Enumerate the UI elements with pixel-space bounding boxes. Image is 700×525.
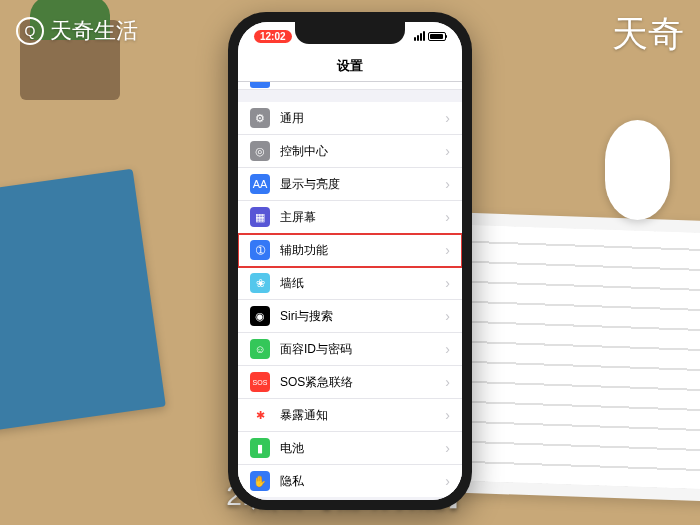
settings-row-privacy[interactable]: ✋隐私› xyxy=(238,465,462,497)
row-label: 墙纸 xyxy=(280,275,445,292)
settings-group: ⚙通用›◎控制中心›AA显示与亮度›▦主屏幕›➀辅助功能›❀墙纸›◉Siri与搜… xyxy=(238,102,462,497)
row-label: SOS紧急联络 xyxy=(280,374,445,391)
phone-frame: 12:02 设置 ⚙通用›◎控制中心›AA显示与亮度›▦主屏幕›➀辅助功能›❀墙… xyxy=(228,12,472,510)
chevron-right-icon: › xyxy=(445,374,450,390)
settings-row-siri[interactable]: ◉Siri与搜索› xyxy=(238,300,462,333)
row-label: 暴露通知 xyxy=(280,407,445,424)
signal-icon xyxy=(414,31,425,41)
chevron-right-icon: › xyxy=(445,176,450,192)
battery-icon xyxy=(428,32,446,41)
settings-row-accessibility[interactable]: ➀辅助功能› xyxy=(238,234,462,267)
watermark-logo-icon: Q xyxy=(16,17,44,45)
display-icon: AA xyxy=(250,174,270,194)
chevron-right-icon: › xyxy=(445,440,450,456)
settings-row-gear[interactable]: ⚙通用› xyxy=(238,102,462,135)
chevron-right-icon: › xyxy=(445,473,450,489)
exposure-icon: ✱ xyxy=(250,405,270,425)
partial-row-top xyxy=(238,82,462,90)
privacy-icon: ✋ xyxy=(250,471,270,491)
settings-row-sos[interactable]: SOSSOS紧急联络› xyxy=(238,366,462,399)
battery-icon: ▮ xyxy=(250,438,270,458)
settings-row-home-screen[interactable]: ▦主屏幕› xyxy=(238,201,462,234)
row-label: 主屏幕 xyxy=(280,209,445,226)
chevron-right-icon: › xyxy=(445,308,450,324)
settings-row-display[interactable]: AA显示与亮度› xyxy=(238,168,462,201)
wallpaper-icon: ❀ xyxy=(250,273,270,293)
row-label: 显示与亮度 xyxy=(280,176,445,193)
gear-icon: ⚙ xyxy=(250,108,270,128)
settings-row-wallpaper[interactable]: ❀墙纸› xyxy=(238,267,462,300)
chevron-right-icon: › xyxy=(445,341,450,357)
watermark-left-text: 天奇生活 xyxy=(50,16,138,46)
siri-icon: ◉ xyxy=(250,306,270,326)
home-screen-icon: ▦ xyxy=(250,207,270,227)
chevron-right-icon: › xyxy=(445,110,450,126)
notch xyxy=(295,22,405,44)
watermark-right: 天奇 xyxy=(612,10,684,59)
chevron-right-icon: › xyxy=(445,275,450,291)
settings-row-battery[interactable]: ▮电池› xyxy=(238,432,462,465)
row-label: Siri与搜索 xyxy=(280,308,445,325)
chevron-right-icon: › xyxy=(445,407,450,423)
control-center-icon: ◎ xyxy=(250,141,270,161)
settings-row-exposure[interactable]: ✱暴露通知› xyxy=(238,399,462,432)
nav-bar: 设置 xyxy=(238,50,462,82)
phone-screen: 12:02 设置 ⚙通用›◎控制中心›AA显示与亮度›▦主屏幕›➀辅助功能›❀墙… xyxy=(238,22,462,500)
chevron-right-icon: › xyxy=(445,242,450,258)
settings-content[interactable]: ⚙通用›◎控制中心›AA显示与亮度›▦主屏幕›➀辅助功能›❀墙纸›◉Siri与搜… xyxy=(238,82,462,500)
nav-title: 设置 xyxy=(337,57,363,75)
watermark-left: Q 天奇生活 xyxy=(16,16,138,46)
row-label: 通用 xyxy=(280,110,445,127)
row-label: 电池 xyxy=(280,440,445,457)
mouse-decor xyxy=(605,120,670,220)
settings-row-faceid[interactable]: ☺面容ID与密码› xyxy=(238,333,462,366)
notebook-decor xyxy=(0,169,166,432)
accessibility-icon: ➀ xyxy=(250,240,270,260)
faceid-icon: ☺ xyxy=(250,339,270,359)
settings-row-control-center[interactable]: ◎控制中心› xyxy=(238,135,462,168)
row-label: 控制中心 xyxy=(280,143,445,160)
chevron-right-icon: › xyxy=(445,209,450,225)
status-time: 12:02 xyxy=(254,30,292,43)
row-label: 面容ID与密码 xyxy=(280,341,445,358)
sos-icon: SOS xyxy=(250,372,270,392)
row-label: 隐私 xyxy=(280,473,445,490)
chevron-right-icon: › xyxy=(445,143,450,159)
row-label: 辅助功能 xyxy=(280,242,445,259)
status-right xyxy=(414,31,446,41)
